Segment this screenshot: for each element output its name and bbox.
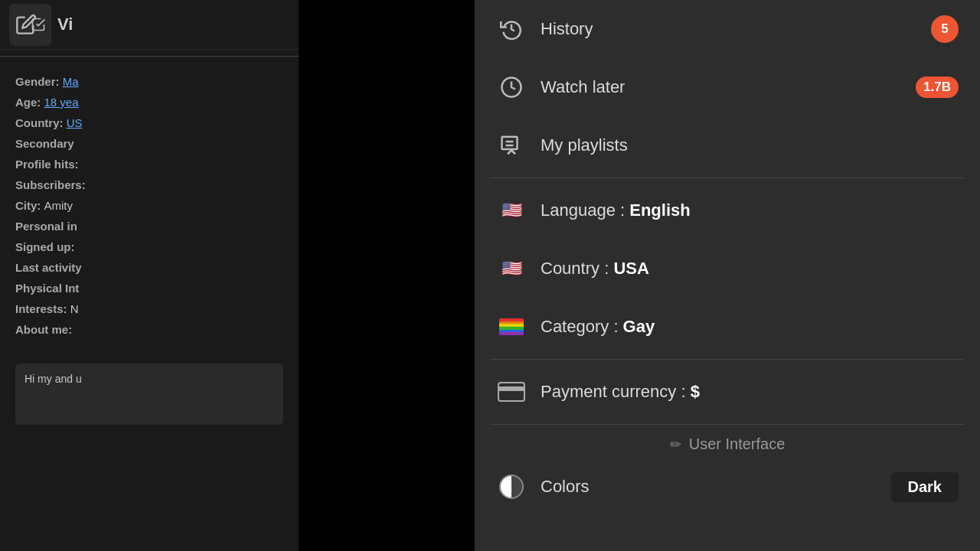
payment-label: Payment currency : $ — [541, 382, 959, 402]
last-activity-row: Last activity — [15, 261, 283, 274]
age-row: Age: 18 yea — [15, 96, 283, 109]
category-menu-item[interactable]: Category : Gay — [475, 298, 980, 356]
watch-later-menu-item[interactable]: Watch later 1.7B — [475, 58, 980, 116]
history-icon — [496, 14, 527, 44]
divider — [0, 56, 299, 57]
country-label: Country : USA — [541, 259, 959, 279]
payment-icon — [496, 377, 527, 407]
colors-label: Colors — [541, 477, 891, 497]
watch-later-label: Watch later — [541, 77, 916, 97]
clock-icon — [496, 72, 527, 103]
vi-label: Vi — [57, 15, 73, 34]
history-menu-item[interactable]: History 5 — [475, 0, 980, 58]
dropdown-panel: History 5 Watch later 1.7B My playlists … — [475, 0, 980, 551]
about-me-text: Hi my and u — [15, 364, 283, 425]
pencil-icon: ✏ — [670, 436, 681, 453]
physical-int-row: Physical Int — [15, 282, 283, 295]
language-flag-icon: 🇺🇸 — [496, 195, 527, 226]
my-playlists-label: My playlists — [541, 135, 959, 155]
left-panel: Vi Gender: Ma Age: 18 yea Country: US Se… — [0, 0, 299, 551]
city-row: City: Amity — [15, 199, 283, 212]
gender-row: Gender: Ma — [15, 75, 283, 88]
country-flag-icon: 🇺🇸 — [496, 253, 527, 284]
top-bar: Vi — [0, 0, 299, 50]
history-label: History — [541, 19, 931, 39]
interests-row: Interests: N — [15, 302, 283, 315]
svg-rect-1 — [502, 137, 518, 149]
user-interface-header: ✏ User Interface — [475, 428, 980, 458]
history-badge: 5 — [931, 15, 959, 43]
payment-currency-menu-item[interactable]: Payment currency : $ — [475, 363, 980, 421]
colors-menu-item[interactable]: Colors Dark — [475, 458, 980, 516]
country-row: Country: US — [15, 116, 283, 129]
separator-3 — [490, 424, 965, 425]
profile-hits-row: Profile hits: — [15, 158, 283, 171]
colors-icon — [496, 471, 527, 502]
category-label: Category : Gay — [541, 317, 959, 337]
my-playlists-menu-item[interactable]: My playlists — [475, 116, 980, 174]
subscribers-row: Subscribers: — [15, 178, 283, 191]
language-menu-item[interactable]: 🇺🇸 Language : English — [475, 181, 980, 240]
watch-later-badge: 1.7B — [916, 77, 959, 98]
playlist-icon — [496, 130, 527, 161]
country-menu-item[interactable]: 🇺🇸 Country : USA — [475, 240, 980, 298]
separator-1 — [490, 178, 965, 178]
dark-mode-button[interactable]: Dark — [891, 472, 959, 502]
language-label: Language : English — [541, 201, 959, 220]
about-me-row: About me: — [15, 323, 283, 336]
separator-2 — [490, 359, 965, 360]
profile-info: Gender: Ma Age: 18 yea Country: US Secon… — [0, 63, 299, 356]
signed-up-row: Signed up: — [15, 240, 283, 253]
personal-info-row: Personal in — [15, 220, 283, 233]
rainbow-flag-icon — [496, 311, 527, 342]
user-interface-label: User Interface — [689, 435, 786, 453]
secondary-row: Secondary — [15, 137, 283, 150]
edit-icon-button[interactable] — [9, 4, 51, 46]
